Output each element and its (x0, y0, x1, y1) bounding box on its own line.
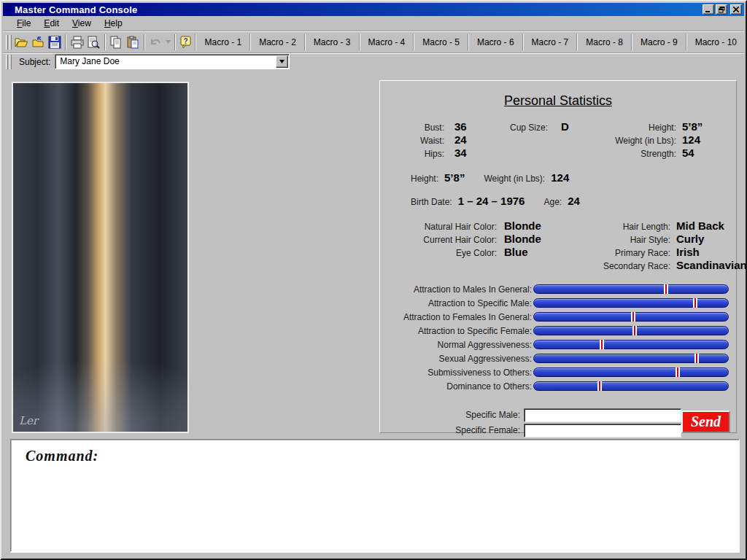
app-window: Master Command Console File Edit View He… (0, 0, 747, 560)
waist-label: Waist: (380, 136, 444, 146)
macro-1-button[interactable]: Macro - 1 (197, 34, 249, 51)
macro-5-button[interactable]: Macro - 5 (415, 34, 467, 51)
slider-thumb[interactable] (597, 381, 602, 391)
print-preview-button[interactable] (85, 34, 102, 51)
toolbar-separator (174, 34, 176, 50)
slider-thumb[interactable] (676, 368, 680, 377)
eye-color-label: Eye Color: (380, 248, 497, 258)
cup-size-label: Cup Size: (497, 122, 548, 133)
natural-hair-label: Natural Hair Color: (380, 222, 497, 232)
menu-view[interactable]: View (66, 17, 98, 30)
close-file-button[interactable] (30, 34, 47, 51)
menu-bar: File Edit View Help (3, 16, 744, 31)
specific-female-input[interactable] (524, 424, 681, 438)
slider-normal-aggressiveness: Normal Aggressiveness: (380, 338, 736, 351)
paste-button[interactable] (125, 34, 142, 51)
primary-race-value: Irish (676, 246, 700, 258)
toolbar-grip[interactable] (6, 55, 8, 69)
close-button[interactable] (730, 4, 742, 15)
hair-length-value: Mid Back (676, 219, 724, 232)
undo-button[interactable] (147, 34, 164, 51)
toolbar-separator (359, 34, 360, 50)
toolbar-separator (413, 34, 414, 50)
print-preview-icon (87, 36, 100, 49)
specific-female-label: Specific Female: (450, 425, 520, 435)
slider-thumb[interactable] (693, 298, 697, 308)
restore-button[interactable] (716, 4, 727, 15)
slider-track[interactable] (533, 368, 729, 377)
slider-track[interactable] (533, 354, 729, 363)
subject-combobox-arrow[interactable] (276, 55, 288, 68)
height2-value: 5’8” (444, 171, 465, 184)
main-toolbar: ? Macro - 1 Macro - 2 Macro - 3 Macro - … (3, 31, 744, 52)
slider-track[interactable] (533, 312, 729, 322)
slider-track[interactable] (533, 326, 729, 335)
appearance-block: Natural Hair Color:Blonde Current Hair C… (380, 219, 736, 272)
macro-2-button[interactable]: Macro - 2 (252, 34, 303, 51)
toolbar-separator (249, 34, 251, 50)
slider-track[interactable] (533, 340, 729, 349)
toolbar-separator (65, 34, 66, 50)
copy-button[interactable] (108, 34, 125, 51)
print-button[interactable] (69, 34, 85, 51)
help-button[interactable]: ? (178, 34, 195, 51)
specific-male-input[interactable] (524, 408, 681, 422)
current-hair-label: Current Hair Color: (380, 235, 497, 245)
subject-image-placeholder: Ler (12, 82, 189, 433)
command-area[interactable]: Command: (10, 439, 740, 552)
open-button[interactable] (13, 34, 30, 51)
strength-value: 54 (682, 147, 694, 159)
slider-track[interactable] (533, 298, 729, 308)
menu-help[interactable]: Help (98, 17, 129, 30)
toolbar-grip[interactable] (9, 35, 12, 50)
toolbar-grip[interactable] (9, 55, 12, 69)
measurements-block: Bust:36 Waist:24 Hips:34 Cup Size:D Heig… (380, 120, 736, 160)
menu-edit[interactable]: Edit (37, 17, 66, 30)
toolbar-grip[interactable] (6, 35, 8, 50)
chevron-down-icon (279, 60, 285, 63)
macro-6-button[interactable]: Macro - 6 (470, 34, 522, 51)
slider-track[interactable] (533, 381, 729, 391)
save-button[interactable] (46, 34, 63, 51)
send-button[interactable]: Send (681, 411, 730, 433)
toolbar-separator (522, 34, 524, 50)
height-value: 5’8” (682, 120, 703, 133)
slider-thumb[interactable] (694, 354, 699, 363)
slider-sexual-aggressiveness: Sexual Aggressiveness: (380, 351, 736, 365)
undo-dropdown-button[interactable] (163, 34, 171, 51)
restore-icon (719, 7, 725, 13)
window-controls (703, 4, 744, 15)
height-label: Height: (597, 122, 676, 133)
slider-track[interactable] (533, 284, 729, 294)
subject-combobox-value[interactable]: Mary Jane Doe (55, 55, 275, 69)
macro-7-button[interactable]: Macro - 7 (525, 34, 576, 51)
window-title: Master Command Console (3, 4, 137, 15)
subject-label: Subject: (19, 57, 50, 67)
command-label: Command: (26, 448, 98, 464)
vitals-block: Height: 5’8” Weight (in Lbs): 124 Birth … (411, 171, 736, 208)
hair-length-label: Hair Length: (584, 222, 670, 232)
toolbar-separator (304, 34, 306, 50)
macro-10-button[interactable]: Macro - 10 (688, 34, 744, 51)
artist-signature: Ler (19, 414, 38, 427)
age-value: 24 (568, 195, 580, 207)
macro-3-button[interactable]: Macro - 3 (306, 34, 358, 51)
weight2-value: 124 (551, 171, 569, 184)
cup-size-value: D (561, 120, 597, 133)
undo-icon (149, 36, 162, 48)
slider-attraction-females-general: Attraction to Females In General: (380, 310, 736, 324)
slider-thumb[interactable] (664, 284, 668, 294)
slider-thumb[interactable] (632, 326, 637, 335)
minimize-button[interactable] (703, 4, 714, 15)
macro-4-button[interactable]: Macro - 4 (361, 34, 413, 51)
slider-thumb[interactable] (600, 340, 604, 349)
hips-label: Hips: (380, 149, 444, 159)
current-hair-value: Blonde (504, 233, 584, 245)
undo-dropdown-icon (166, 40, 171, 44)
macro-9-button[interactable]: Macro - 9 (633, 34, 685, 51)
subject-combobox[interactable]: Mary Jane Doe (55, 54, 290, 69)
secondary-race-value: Scandinavian (676, 259, 747, 271)
menu-file[interactable]: File (10, 17, 37, 30)
macro-8-button[interactable]: Macro - 8 (578, 34, 630, 51)
slider-thumb[interactable] (631, 312, 635, 322)
